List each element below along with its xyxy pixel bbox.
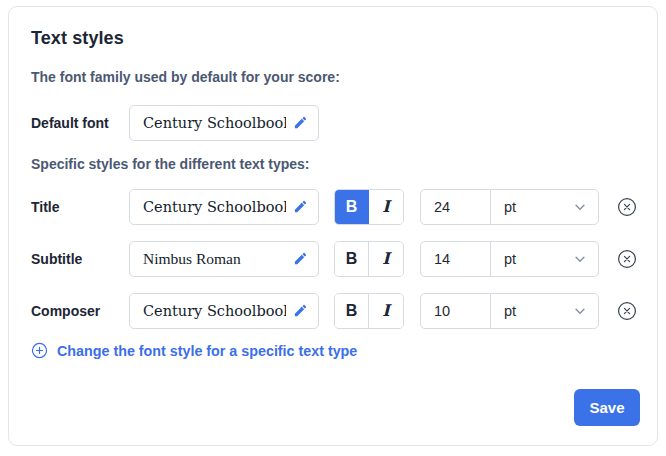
bold-italic-group: B I [334,189,404,225]
chevron-down-icon [573,200,587,214]
pencil-icon [293,303,308,318]
bold-button[interactable]: B [335,294,369,328]
plus-circle-icon [31,342,48,359]
unit-select[interactable]: pt [491,294,598,328]
font-size-input[interactable] [421,294,491,328]
specific-styles-description: Specific styles for the different text t… [31,156,310,172]
chevron-down-icon [573,252,587,266]
italic-glyph: I [382,303,389,319]
size-group: pt [420,293,599,329]
remove-style-button[interactable] [617,301,637,321]
font-name: Century Schoolbook L [143,303,286,319]
unit-value: pt [504,303,516,319]
save-button[interactable]: Save [574,389,640,426]
default-font-picker[interactable]: Century Schoolbook L [129,105,319,141]
row-label: Title [31,189,60,225]
pencil-icon [293,251,308,266]
font-size-input[interactable] [421,190,491,224]
italic-button[interactable]: I [369,190,403,224]
font-size-input[interactable] [421,242,491,276]
style-row-subtitle: Subtitle Nimbus Roman B I pt [9,241,657,277]
page-title: Text styles [31,28,124,49]
default-font-label: Default font [31,105,109,141]
style-row-title: Title Century Schoolbook L B I pt [9,189,657,225]
unit-value: pt [504,199,516,215]
bold-button[interactable]: B [335,242,369,276]
bold-button[interactable]: B [335,190,369,224]
style-row-composer: Composer Century Schoolbook L B I pt [9,293,657,329]
text-styles-panel: Text styles The font family used by defa… [8,6,658,446]
italic-glyph: I [382,251,389,267]
bold-italic-group: B I [334,241,404,277]
remove-style-button[interactable] [617,197,637,217]
bold-italic-group: B I [334,293,404,329]
composer-font-picker[interactable]: Century Schoolbook L [129,293,319,329]
italic-button[interactable]: I [369,294,403,328]
italic-glyph: I [382,199,389,215]
subtitle-font-picker[interactable]: Nimbus Roman [129,241,319,277]
font-name: Century Schoolbook L [143,115,286,131]
font-name: Century Schoolbook L [143,199,286,215]
row-label: Composer [31,293,100,329]
pencil-icon [293,199,308,214]
unit-select[interactable]: pt [491,190,598,224]
pencil-icon [293,115,308,130]
size-group: pt [420,241,599,277]
size-group: pt [420,189,599,225]
remove-style-button[interactable] [617,249,637,269]
default-font-row: Default font Century Schoolbook L [9,105,657,141]
row-label: Subtitle [31,241,82,277]
italic-button[interactable]: I [369,242,403,276]
unit-select[interactable]: pt [491,242,598,276]
add-text-style-label: Change the font style for a specific tex… [57,343,357,359]
unit-value: pt [504,251,516,267]
default-font-description: The font family used by default for your… [31,69,340,85]
chevron-down-icon [573,304,587,318]
font-name: Nimbus Roman [143,250,241,268]
title-font-picker[interactable]: Century Schoolbook L [129,189,319,225]
add-text-style-link[interactable]: Change the font style for a specific tex… [31,342,357,359]
